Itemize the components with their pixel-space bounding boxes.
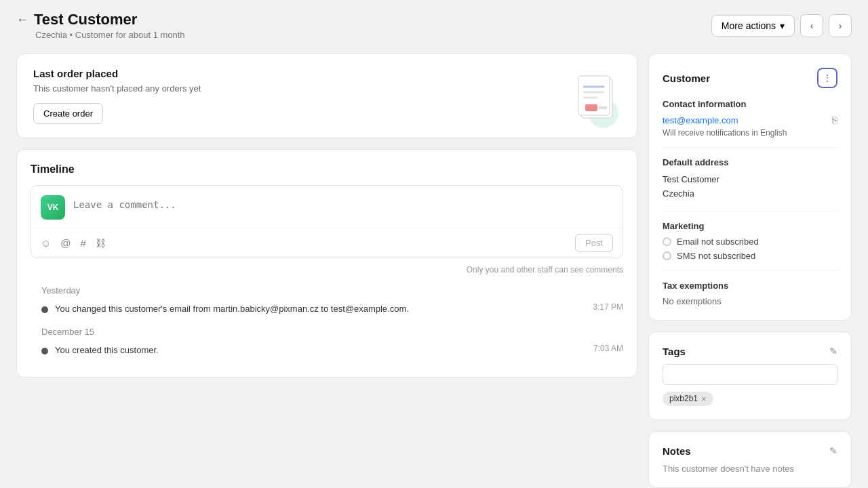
timeline-dot [41,306,48,313]
last-order-card: Last order placed This customer hasn't p… [16,54,637,138]
marketing-title: Marketing [663,221,837,231]
link-icon[interactable]: ⛓ [96,237,106,249]
notification-lang: Will receive notifications in English [663,128,837,138]
chevron-down-icon: ▾ [780,20,785,31]
order-card-title: Last order placed [33,68,201,79]
timeline-event-1-text: You changed this customer's email from m… [55,302,409,316]
back-button[interactable]: ← [16,13,28,27]
timeline-item: You created this customer. 7:03 AM [41,344,623,357]
customer-email[interactable]: test@example.com [663,115,738,125]
timeline-event-2-time: 7:03 AM [593,344,623,353]
svg-rect-8 [599,106,607,109]
comment-tools: ☺ @ # ⛓ [41,237,106,249]
tags-card: Tags ✎ pixb2b1 × [648,331,852,420]
notes-empty-text: This customer doesn't have notes [663,464,837,474]
timeline-date-december: December 15 [41,327,623,337]
emoji-icon[interactable]: ☺ [41,237,51,249]
default-address-title: Default address [663,157,837,167]
tags-list: pixb2b1 × [663,392,837,406]
header-left: ← Test Customer Czechia • Customer for a… [16,11,185,40]
page-subtitle: Czechia • Customer for about 1 month [35,30,185,40]
page-title: Test Customer [34,11,137,28]
svg-rect-7 [585,104,597,111]
timeline-item: You changed this customer's email from m… [41,302,623,316]
right-column: Customer ⋮ Contact information test@exam… [648,54,852,488]
hashtag-icon[interactable]: # [81,237,86,249]
timeline-events: Yesterday You changed this customer's em… [31,285,623,357]
nav-next-button[interactable]: › [829,14,852,37]
email-subscription-status: Email not subscribed [663,237,837,247]
notes-header: Notes ✎ [663,445,837,457]
customer-card-title: Customer [663,73,710,84]
customer-options-button[interactable]: ⋮ [817,68,837,88]
comments-note: Only you and other staff can see comment… [31,265,623,274]
create-order-button[interactable]: Create order [33,103,103,124]
customer-info-card: Customer ⋮ Contact information test@exam… [648,54,852,321]
tag-remove-button[interactable]: × [701,394,707,404]
header-actions: More actions ▾ ‹ › [711,14,852,37]
contact-section-title: Contact information [663,99,837,109]
tax-exemptions-title: Tax exemptions [663,281,837,291]
nav-prev-button[interactable]: ‹ [800,14,823,37]
notes-card: Notes ✎ This customer doesn't have notes [648,431,852,488]
email-row: test@example.com ⎘ [663,115,837,125]
comment-box: VK ☺ @ # ⛓ Post [31,185,623,258]
order-illustration [566,69,620,123]
order-card-content: Last order placed This customer hasn't p… [33,68,201,124]
radio-icon [663,237,671,246]
timeline-card: Timeline VK ☺ @ # ⛓ Post [16,149,637,378]
tags-edit-button[interactable]: ✎ [829,346,837,357]
timeline-event-2-text: You created this customer. [55,344,159,357]
customer-card-header: Customer ⋮ [663,68,837,88]
tag-item: pixb2b1 × [663,392,713,406]
timeline-title: Timeline [31,163,623,176]
comment-toolbar: ☺ @ # ⛓ Post [31,228,623,258]
copy-email-button[interactable]: ⎘ [832,115,837,125]
sms-subscription-status: SMS not subscribed [663,251,837,261]
post-button[interactable]: Post [575,234,613,252]
notes-title: Notes [663,445,691,457]
left-column: Last order placed This customer hasn't p… [16,54,637,378]
order-card-empty-text: This customer hasn't placed any orders y… [33,83,201,94]
tags-header: Tags ✎ [663,346,837,357]
tags-input[interactable] [663,364,837,385]
timeline-dot [41,348,48,354]
tax-exemptions-value: No exemptions [663,296,837,306]
top-bar: ← Test Customer Czechia • Customer for a… [16,11,852,40]
mention-icon[interactable]: @ [60,237,71,249]
tags-title: Tags [663,346,686,357]
comment-input[interactable] [73,195,613,221]
timeline-date-yesterday: Yesterday [41,285,623,296]
more-actions-button[interactable]: More actions ▾ [711,15,795,37]
main-layout: Last order placed This customer hasn't p… [16,54,852,488]
customer-address: Test Customer Czechia [663,173,837,201]
radio-icon [663,251,671,260]
timeline-event-1-time: 3:17 PM [593,302,623,312]
notes-edit-button[interactable]: ✎ [829,445,837,456]
avatar: VK [41,195,65,220]
